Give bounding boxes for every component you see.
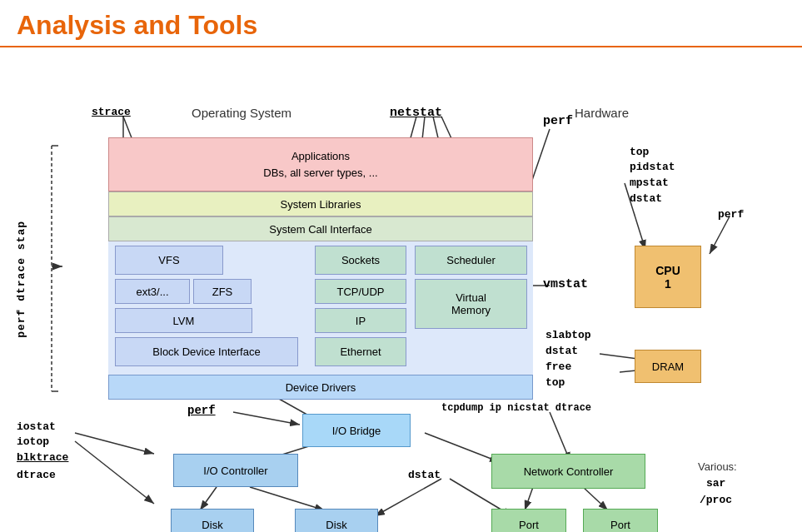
io-bridge-box: I/O Bridge bbox=[302, 414, 411, 447]
hw-header: Hardware bbox=[575, 106, 629, 120]
svg-line-23 bbox=[583, 487, 608, 510]
svg-line-18 bbox=[200, 487, 217, 510]
block-device-box: Block Device Interface bbox=[115, 337, 298, 366]
port2-box: Port bbox=[583, 509, 658, 532]
blktrace-label: blktrace bbox=[17, 451, 68, 464]
iostat-label: iostat bbox=[17, 420, 56, 433]
page-title: Analysis and Tools bbox=[0, 0, 802, 47]
svg-line-9 bbox=[710, 216, 730, 254]
disk2-box: Disk bbox=[295, 509, 378, 532]
perf-middle-label: perf bbox=[187, 404, 216, 417]
various-label: Various: bbox=[698, 460, 737, 473]
zfs-box: ZFS bbox=[193, 279, 252, 304]
virtual-memory-box: Virtual Memory bbox=[415, 279, 527, 329]
vfs-box: VFS bbox=[115, 246, 223, 275]
lvm-box: LVM bbox=[115, 308, 252, 333]
top2-label: top bbox=[545, 376, 565, 389]
scheduler-box: Scheduler bbox=[415, 246, 527, 275]
vmstat-label: vmstat bbox=[543, 277, 588, 291]
layer-apps-box: Applications DBs, all server types, ... bbox=[108, 137, 533, 191]
perf-right-label: perf bbox=[718, 208, 744, 221]
sar-label: sar bbox=[706, 477, 725, 490]
svg-line-19 bbox=[250, 487, 325, 510]
svg-line-15 bbox=[233, 412, 300, 425]
device-drivers-box: Device Drivers bbox=[108, 375, 533, 400]
dtrace-left-label: dtrace bbox=[17, 469, 56, 481]
mpstat-label: mpstat bbox=[630, 177, 669, 189]
netstat-label: netstat bbox=[390, 106, 442, 120]
ip-layer-box: IP bbox=[315, 308, 406, 333]
disk1-box: Disk bbox=[171, 509, 254, 532]
svg-line-20 bbox=[375, 479, 441, 516]
net-controller-box: Network Controller bbox=[491, 454, 645, 489]
sockets-box: Sockets bbox=[315, 246, 406, 275]
dstat-mid-label: dstat bbox=[545, 345, 578, 357]
dram-box: DRAM bbox=[635, 350, 701, 383]
strace-label: strace bbox=[92, 106, 131, 118]
tcp-udp-box: TCP/UDP bbox=[315, 279, 406, 304]
perf-dtrace-stap-label: perf dtrace stap bbox=[15, 221, 27, 338]
cpu-box: CPU 1 bbox=[635, 246, 701, 308]
layer-libs-box: System Libraries bbox=[108, 191, 533, 216]
svg-line-14 bbox=[75, 441, 154, 504]
pidstat-label: pidstat bbox=[630, 161, 675, 173]
dstat-top-label: dstat bbox=[630, 192, 662, 205]
slabtop-label: slabtop bbox=[545, 329, 591, 341]
io-controller-box: I/O Controller bbox=[173, 454, 298, 487]
svg-line-13 bbox=[75, 433, 154, 454]
top-label: top bbox=[630, 146, 649, 158]
svg-line-17 bbox=[425, 433, 500, 462]
diagram-container: strace Operating System netstat Hardware… bbox=[0, 54, 802, 532]
free-label: free bbox=[545, 360, 571, 373]
os-header: Operating System bbox=[192, 106, 291, 120]
port1-box: Port bbox=[491, 509, 566, 532]
perf-top-label: perf bbox=[543, 114, 573, 128]
iotop-label: iotop bbox=[17, 435, 49, 448]
proc-label: /proc bbox=[700, 494, 732, 506]
dstat-bottom-label: dstat bbox=[408, 469, 441, 481]
ext3-box: ext3/... bbox=[115, 279, 190, 304]
layer-syscall-box: System Call Interface bbox=[108, 216, 533, 241]
tcpdump-nicstat-label: tcpdump ip nicstat dtrace bbox=[441, 402, 591, 414]
ethernet-box: Ethernet bbox=[315, 337, 406, 366]
svg-line-22 bbox=[525, 487, 533, 510]
